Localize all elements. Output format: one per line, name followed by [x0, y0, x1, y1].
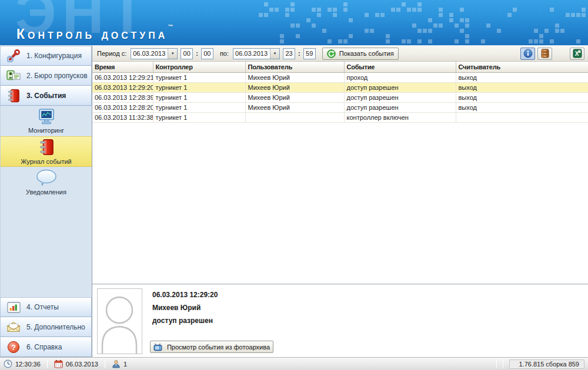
show-events-button[interactable]: Показать события [322, 48, 399, 60]
table-cell[interactable]: выход [456, 92, 588, 102]
column-header[interactable]: Время [92, 62, 153, 72]
time-separator: : [196, 50, 198, 57]
view-photo-archive-label: Просмотр события из фотоархива [167, 344, 270, 351]
sidebar-item-configuration[interactable]: 1. Конфигурация [0, 46, 92, 66]
table-cell[interactable] [456, 112, 588, 122]
app-header: ЭНТ Контроль доступа™ [0, 0, 588, 46]
sidebar-item-additional[interactable]: 5. Дополнительно [0, 317, 92, 337]
sidebar-item-label: 4. Отчеты [26, 303, 59, 311]
table-cell[interactable]: турникет 1 [153, 112, 245, 122]
journal-icon [6, 88, 21, 103]
sidebar-subitem-event-journal[interactable]: Журнал событий [1, 136, 92, 167]
view-photo-archive-button[interactable]: Просмотр события из фотоархива [150, 341, 273, 353]
time-to-hours-input[interactable]: 23 [283, 48, 295, 59]
calendar-icon [54, 359, 63, 368]
status-separator [105, 360, 105, 368]
svg-text:X: X [574, 51, 579, 57]
period-from-label: Период с: [97, 50, 126, 57]
table-cell[interactable]: 06.03.2013 12:29:20 [92, 82, 153, 92]
events-toolbar: Период с: 06.03.2013 ▼ 00 : 00 по: 06.03… [92, 46, 588, 62]
column-header[interactable]: Событие [344, 62, 456, 72]
sidebar-item-events[interactable]: 3. События [0, 86, 92, 106]
info-icon [523, 49, 533, 58]
table-cell[interactable]: доступ разрешен [344, 102, 456, 112]
table-cell[interactable]: выход [456, 82, 588, 92]
table-row[interactable]: 06.03.2013 12:29:20турникет 1Михеев Юрий… [92, 82, 588, 92]
table-cell[interactable]: турникет 1 [153, 102, 245, 112]
help-icon: ? [6, 339, 21, 355]
table-cell[interactable]: турникет 1 [153, 92, 245, 102]
table-cell[interactable]: 06.03.2013 11:32:38 [92, 112, 153, 122]
sidebar-item-pass-office[interactable]: 2. Бюро пропусков [0, 66, 92, 86]
table-cell[interactable]: Михеев Юрий [245, 92, 344, 102]
sidebar-item-reports[interactable]: 4. Отчеты [0, 297, 92, 317]
table-cell[interactable]: 06.03.2013 12:29:21 [92, 72, 153, 82]
info-view-button[interactable] [520, 48, 535, 60]
subitem-label: Мониторинг [28, 127, 64, 134]
table-cell[interactable]: 06.03.2013 12:28:20 [92, 102, 153, 112]
table-cell[interactable]: турникет 1 [153, 82, 245, 92]
column-header[interactable]: Считыватель [456, 62, 588, 72]
pixel-decoration [259, 0, 588, 46]
table-cell[interactable]: проход [344, 72, 456, 82]
show-events-label: Показать события [339, 50, 394, 57]
sidebar-subitem-notifications[interactable]: Уведомления [1, 167, 92, 197]
trademark-symbol: ™ [168, 23, 173, 29]
events-table: ВремяКонтроллерПользовательСобытиеСчитыв… [92, 62, 588, 284]
time-to-minutes-input[interactable]: 59 [303, 48, 316, 59]
chevron-down-icon: ▼ [270, 49, 279, 59]
time-from-minutes-input[interactable]: 00 [201, 48, 213, 59]
table-header-row: ВремяКонтроллерПользовательСобытиеСчитыв… [92, 62, 588, 72]
status-right: 1.76.815 сборка 859 [493, 359, 584, 369]
status-date-cell: 06.03.2013 [54, 359, 98, 368]
detail-timestamp: 06.03.2013 12:29:20 [152, 291, 218, 299]
status-date: 06.03.2013 [66, 361, 98, 368]
sidebar-item-help[interactable]: ? 6. Справка [0, 337, 92, 357]
sidebar-item-label: 2. Бюро пропусков [26, 72, 88, 80]
sidebar: 1. Конфигурация 2. Бюро пропусков [0, 46, 92, 357]
table-cell[interactable]: выход [456, 72, 588, 82]
excel-export-button[interactable]: X [570, 48, 584, 60]
table-cell[interactable]: Михеев Юрий [245, 102, 344, 112]
time-from-hours-input[interactable]: 00 [181, 48, 193, 59]
submenu-spacer [1, 197, 92, 297]
status-separator [503, 360, 503, 368]
operator-icon [112, 359, 121, 368]
sidebar-subitem-monitoring[interactable]: Мониторинг [1, 106, 92, 136]
table-cell[interactable]: контроллер включен [344, 112, 456, 122]
version-label: 1.76.815 сборка 859 [509, 359, 584, 369]
excel-export-icon: X [573, 49, 582, 58]
table-cell[interactable]: Михеев Юрий [245, 82, 344, 92]
events-submenu: Мониторинг [0, 106, 92, 297]
clock-icon [4, 359, 12, 368]
date-to-select[interactable]: 06.03.2013 ▼ [233, 48, 280, 59]
sidebar-item-label: 1. Конфигурация [26, 52, 82, 60]
table-cell[interactable]: доступ разрешен [344, 82, 456, 92]
monitor-icon [38, 109, 55, 126]
app-title-text: Контроль доступа [16, 26, 168, 42]
table-cell[interactable]: доступ разрешен [344, 92, 456, 102]
date-from-select[interactable]: 06.03.2013 ▼ [131, 48, 178, 59]
table-row[interactable]: 06.03.2013 12:28:39турникет 1Михеев Юрий… [92, 92, 588, 102]
archive-view-button[interactable] [537, 48, 552, 60]
archive-cabinet-icon [541, 49, 549, 58]
wrench-icon [6, 48, 21, 63]
table-row[interactable]: 06.03.2013 12:29:21турникет 1Михеев Юрий… [92, 72, 588, 82]
sidebar-item-label: 6. Справка [26, 343, 62, 351]
column-header[interactable]: Пользователь [245, 62, 344, 72]
table-cell[interactable]: Михеев Юрий [245, 72, 344, 82]
table-cell[interactable] [245, 112, 344, 122]
table-cell[interactable]: турникет 1 [153, 72, 245, 82]
refresh-icon [327, 49, 336, 58]
table-cell[interactable]: выход [456, 102, 588, 112]
table-row[interactable]: 06.03.2013 12:28:20турникет 1Михеев Юрий… [92, 102, 588, 112]
svg-text:?: ? [11, 342, 16, 351]
table-row[interactable]: 06.03.2013 11:32:38турникет 1контроллер … [92, 112, 588, 122]
status-bar: 12:30:36 06.03.2013 [0, 357, 588, 370]
period-to-label: по: [220, 50, 229, 57]
date-to-value: 06.03.2013 [233, 50, 270, 57]
envelope-icon [6, 319, 21, 335]
table-cell[interactable]: 06.03.2013 12:28:39 [92, 92, 153, 102]
column-header[interactable]: Контроллер [153, 62, 245, 72]
event-detail-panel: 06.03.2013 12:29:20 Михеев Юрий доступ р… [92, 284, 588, 357]
